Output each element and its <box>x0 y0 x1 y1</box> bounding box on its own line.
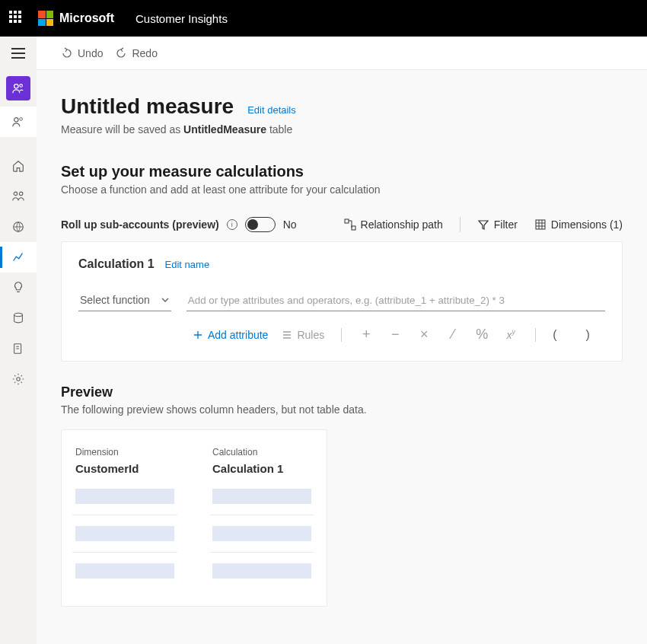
brand-name: Microsoft <box>59 11 114 25</box>
separator <box>341 328 342 342</box>
preview-subtitle: The following preview shows column heade… <box>61 403 623 416</box>
preview-title: Preview <box>61 384 623 400</box>
edit-details-link[interactable]: Edit details <box>247 104 296 116</box>
redo-button[interactable]: Redo <box>115 47 157 59</box>
nav-segments-icon[interactable] <box>0 181 37 212</box>
placeholder-cell <box>75 563 174 579</box>
separator <box>460 217 461 232</box>
redo-label: Redo <box>132 47 157 59</box>
placeholder-cell <box>212 563 311 579</box>
relationship-path-button[interactable]: Relationship path <box>344 218 443 231</box>
op-percent[interactable]: % <box>474 327 489 343</box>
nav-intelligence-icon[interactable] <box>0 273 37 303</box>
calculation-label: Calculation <box>212 447 311 457</box>
svg-point-0 <box>14 84 18 88</box>
section-title: Set up your measure calculations <box>61 163 623 180</box>
nav-settings-icon[interactable] <box>0 364 37 394</box>
page-title: Untitled measure <box>61 94 234 119</box>
undo-button[interactable]: Undo <box>61 47 103 59</box>
product-name: Customer Insights <box>135 12 228 25</box>
svg-point-2 <box>14 118 18 122</box>
svg-point-4 <box>14 192 18 196</box>
separator <box>535 328 536 342</box>
placeholder-cell <box>75 526 174 541</box>
placeholder-cell <box>75 489 174 504</box>
calculation-card: Calculation 1 Edit name Select function … <box>61 241 623 362</box>
filter-button[interactable]: Filter <box>477 218 518 231</box>
filter-icon <box>477 218 489 231</box>
redo-icon <box>115 47 127 59</box>
select-function-dropdown[interactable]: Select function <box>78 289 171 311</box>
formula-input[interactable] <box>186 290 605 311</box>
table-icon <box>534 218 547 231</box>
svg-point-5 <box>19 192 23 196</box>
edit-name-link[interactable]: Edit name <box>165 259 210 270</box>
op-paren-open[interactable]: ( <box>553 328 556 342</box>
svg-point-1 <box>20 84 23 88</box>
op-paren-close[interactable]: ) <box>586 328 590 342</box>
nav-measures-icon[interactable] <box>0 242 37 273</box>
info-icon[interactable]: i <box>227 219 237 230</box>
dimensions-button[interactable]: Dimensions (1) <box>534 218 623 231</box>
nav-toggle-button[interactable] <box>11 48 25 59</box>
nav-audience-icon[interactable] <box>6 76 30 100</box>
calculation-value: Calculation 1 <box>212 462 311 475</box>
undo-label: Undo <box>78 47 103 59</box>
svg-point-9 <box>17 378 21 381</box>
save-as-text: Measure will be saved as UntitledMeasure… <box>61 123 623 135</box>
svg-rect-10 <box>345 219 349 223</box>
rollup-toggle[interactable] <box>245 217 276 232</box>
app-launcher-icon[interactable] <box>9 11 24 26</box>
nav-home-icon[interactable] <box>0 151 37 181</box>
op-minus[interactable]: − <box>387 327 403 343</box>
dimension-value: CustomerId <box>75 462 174 475</box>
op-power[interactable]: xy <box>503 328 518 341</box>
relationship-icon <box>344 218 356 231</box>
dimension-label: Dimension <box>75 447 174 457</box>
chevron-down-icon <box>161 295 170 304</box>
preview-card: Dimension CustomerId Calculation Calcula… <box>61 429 327 607</box>
placeholder-cell <box>212 489 311 504</box>
nav-data-icon[interactable] <box>0 303 37 333</box>
microsoft-logo-icon <box>38 11 53 26</box>
svg-rect-11 <box>352 226 355 230</box>
undo-icon <box>61 47 73 59</box>
svg-point-3 <box>20 118 23 121</box>
nav-export-icon[interactable] <box>0 333 37 364</box>
rules-icon <box>282 330 292 340</box>
placeholder-cell <box>212 526 311 541</box>
rules-button[interactable]: Rules <box>282 329 324 341</box>
svg-point-7 <box>14 313 23 317</box>
op-multiply[interactable]: × <box>416 327 432 343</box>
svg-rect-12 <box>536 220 545 229</box>
rollup-label: Roll up sub-accounts (preview) <box>61 218 219 231</box>
add-attribute-button[interactable]: Add attribute <box>193 329 268 341</box>
nav-customers-icon[interactable] <box>0 107 37 137</box>
op-divide[interactable]: ∕ <box>445 327 461 343</box>
nav-globe-icon[interactable] <box>0 212 37 242</box>
section-subtitle: Choose a function and add at least one a… <box>61 183 623 196</box>
calc-title: Calculation 1 <box>78 257 155 271</box>
toggle-value: No <box>283 218 297 231</box>
op-plus[interactable]: + <box>359 327 374 343</box>
plus-icon <box>193 330 203 340</box>
